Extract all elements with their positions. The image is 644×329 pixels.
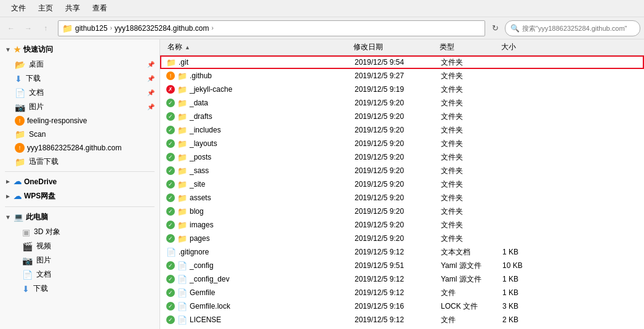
sidebar-item-xunlei[interactable]: 📁 迅雷下载 xyxy=(0,155,159,169)
table-row[interactable]: ✓ 📁 _sass 2019/12/5 9:20 文件夹 xyxy=(160,164,644,177)
file-list: 📁 .git 2019/12/5 9:54 文件夹 ! 📁 .github 20… xyxy=(160,55,644,329)
table-row[interactable]: ✓ 📁 images 2019/12/5 9:20 文件夹 xyxy=(160,218,644,232)
wps-icon: ☁ xyxy=(14,192,22,201)
file-date: 2019/12/5 9:27 xyxy=(355,71,441,80)
file-name: ! 📁 .github xyxy=(164,71,355,81)
table-row[interactable]: ✓ 📄 _config_dev 2019/12/5 9:12 Yaml 源文件 … xyxy=(160,272,644,286)
table-row[interactable]: ✓ 📁 _includes 2019/12/5 9:20 文件夹 xyxy=(160,123,644,137)
file-date: 2019/12/5 9:12 xyxy=(355,275,441,283)
file-date: 2019/12/5 9:20 xyxy=(355,126,441,134)
sidebar-item-3d[interactable]: ▣ 3D 对象 xyxy=(0,225,159,239)
table-row[interactable]: ✓ 📁 blog 2019/12/5 9:20 文件夹 xyxy=(160,205,644,218)
table-row[interactable]: ✓ 📁 assets 2019/12/5 9:20 文件夹 xyxy=(160,191,644,205)
file-type: Yaml 源文件 xyxy=(441,261,502,271)
folder-icon: 📁 xyxy=(177,112,187,121)
folder-icon: 📁 xyxy=(177,139,187,148)
sidebar-item-video[interactable]: 🎬 视频 xyxy=(0,239,159,253)
xunlei-folder-icon: 📁 xyxy=(15,157,25,167)
file-type: 文件夹 xyxy=(441,166,502,176)
folder-icon: 📁 xyxy=(177,126,187,135)
sidebar-pc-header[interactable]: ▼ 💻 此电脑 xyxy=(0,209,159,225)
menu-share[interactable]: 共享 xyxy=(59,1,86,16)
feeling-responsive-label: feeling-responsive xyxy=(27,116,87,125)
table-row[interactable]: ✓ 📄 _config 2019/12/5 9:51 Yaml 源文件 10 K… xyxy=(160,259,644,272)
menu-view[interactable]: 查看 xyxy=(86,1,113,16)
col-type-header[interactable]: 类型 xyxy=(440,42,501,52)
sidebar-onedrive-header[interactable]: ► ☁ OneDrive xyxy=(0,174,159,189)
github-label: yyy18862325284.github.com xyxy=(27,144,121,152)
green-badge-icon: ✓ xyxy=(166,126,175,134)
table-row[interactable]: ✓ 📁 _layouts 2019/12/5 9:20 文件夹 xyxy=(160,137,644,150)
search-input[interactable] xyxy=(522,25,635,32)
sidebar-item-feeling-responsive[interactable]: ! feeling-responsive xyxy=(0,114,159,128)
3d-label: 3D 对象 xyxy=(34,227,60,237)
pc-icon: 💻 xyxy=(14,213,23,222)
table-row[interactable]: ✓ 📁 _posts 2019/12/5 9:20 文件夹 xyxy=(160,150,644,164)
pictures2-label: 图片 xyxy=(36,255,51,266)
address-path[interactable]: 📁 github125 › yyy18862325284.github.com … xyxy=(58,20,485,36)
sidebar-wps-header[interactable]: ► ☁ WPS网盘 xyxy=(0,189,159,204)
pc-arrow: ▼ xyxy=(5,214,11,221)
file-date: 2019/12/5 9:12 xyxy=(355,248,441,256)
downloads-pin-icon: 📌 xyxy=(147,75,155,82)
file-name: ✓ 📁 _sass xyxy=(164,166,355,176)
table-row[interactable]: ✓ 📄 Gemfile.lock 2019/12/5 9:16 LOCK 文件 … xyxy=(160,299,644,313)
col-name-header[interactable]: 名称 ▲ xyxy=(163,42,353,52)
file-name: ✓ 📄 _config_dev xyxy=(164,275,355,284)
menu-file[interactable]: 文件 xyxy=(5,1,32,16)
path-segment-1: github125 xyxy=(75,24,108,33)
table-row[interactable]: ✓ 📄 LICENSE 2019/12/5 9:12 文件 2 KB xyxy=(160,313,644,327)
table-row[interactable]: ✗ 📁 _jekyll-cache 2019/12/5 9:19 文件夹 xyxy=(160,83,644,96)
quick-access-star-icon: ★ xyxy=(14,45,21,54)
up-button[interactable]: ↑ xyxy=(38,21,53,36)
file-type: Yaml 源文件 xyxy=(441,274,502,285)
sidebar-quick-access-header[interactable]: ▼ ★ 快速访问 xyxy=(0,42,159,57)
file-type: 文本文档 xyxy=(441,247,502,258)
folder-icon: 📁 xyxy=(177,221,187,230)
table-row[interactable]: ✓ 📁 _data 2019/12/5 9:20 文件夹 xyxy=(160,96,644,110)
file-name: ✓ 📄 _config xyxy=(164,261,355,270)
file-date: 2019/12/5 9:20 xyxy=(355,153,441,161)
file-type: 文件夹 xyxy=(441,234,502,244)
refresh-button[interactable]: ↻ xyxy=(488,21,502,36)
table-row[interactable]: ✓ 📄 Gemfile 2019/12/5 9:12 文件 1 KB xyxy=(160,286,644,299)
pictures-pin-icon: 📌 xyxy=(147,104,155,110)
col-date-header[interactable]: 修改日期 xyxy=(353,42,440,52)
file-name: ✓ 📄 LICENSE xyxy=(164,315,355,325)
sidebar-item-pictures[interactable]: 📷 图片 📌 xyxy=(0,100,159,114)
menu-home[interactable]: 主页 xyxy=(32,1,59,16)
sidebar-item-desktop[interactable]: 📂 桌面 📌 xyxy=(0,57,159,71)
file-icon: 📄 xyxy=(177,302,187,311)
col-size-header[interactable]: 大小 xyxy=(501,42,550,52)
path-arrow-2: › xyxy=(212,25,214,31)
menu-bar: 文件 主页 共享 查看 xyxy=(0,0,644,17)
file-date: 2019/12/5 9:20 xyxy=(355,112,441,121)
search-box[interactable]: 🔍 xyxy=(505,20,640,36)
table-row[interactable]: 📄 .gitignore 2019/12/5 9:12 文本文档 1 KB xyxy=(160,245,644,259)
green-badge-icon: ✓ xyxy=(166,193,175,202)
documents-label: 文档 xyxy=(29,87,44,98)
sidebar-item-pictures2[interactable]: 📷 图片 xyxy=(0,253,159,267)
file-name: 📄 .gitignore xyxy=(164,248,355,257)
scan-label: Scan xyxy=(29,130,46,139)
sidebar-item-scan[interactable]: 📁 Scan xyxy=(0,128,159,141)
table-row[interactable]: 📁 .git 2019/12/5 9:54 文件夹 xyxy=(160,55,644,69)
file-name: ✓ 📁 _includes xyxy=(164,126,355,135)
file-type: 文件夹 xyxy=(441,193,502,203)
back-button[interactable]: ← xyxy=(4,21,18,36)
sidebar-item-downloads[interactable]: ⬇ 下载 📌 xyxy=(0,71,159,86)
table-row[interactable]: ✓ 📁 _drafts 2019/12/5 9:20 文件夹 xyxy=(160,110,644,123)
forward-button[interactable]: → xyxy=(21,21,36,36)
file-size: 1 KB xyxy=(502,275,552,283)
folder-icon: 📁 xyxy=(177,180,187,189)
desktop-folder-icon: 📂 xyxy=(15,60,25,70)
sidebar-item-documents[interactable]: 📄 文档 📌 xyxy=(0,86,159,100)
documents-pin-icon: 📌 xyxy=(147,89,155,96)
folder-icon: 📁 xyxy=(177,99,187,108)
table-row[interactable]: ! 📁 .github 2019/12/5 9:27 文件夹 xyxy=(160,69,644,83)
table-row[interactable]: ✓ 📁 _site 2019/12/5 9:20 文件夹 xyxy=(160,177,644,191)
sidebar-item-documents2[interactable]: 📄 文档 xyxy=(0,267,159,282)
sidebar-item-downloads2[interactable]: ⬇ 下载 xyxy=(0,282,159,296)
sidebar-item-github[interactable]: ! yyy18862325284.github.com xyxy=(0,141,159,155)
table-row[interactable]: ✓ 📁 pages 2019/12/5 9:20 文件夹 xyxy=(160,232,644,245)
